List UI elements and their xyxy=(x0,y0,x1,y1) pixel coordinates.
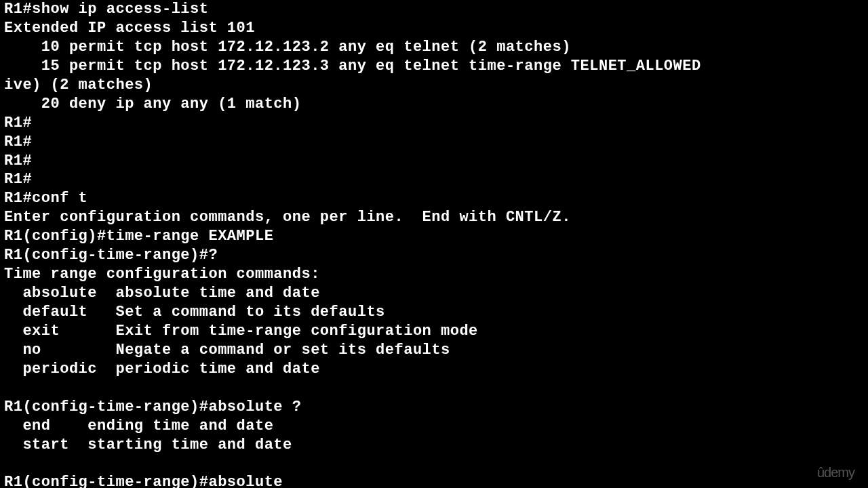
terminal-line: ive) (2 matches) xyxy=(4,76,868,95)
terminal-line: R1(config)#time-range EXAMPLE xyxy=(4,227,868,246)
terminal-line: R1#show ip access-list xyxy=(4,0,868,19)
terminal-line: R1(config-time-range)#? xyxy=(4,246,868,265)
udemy-watermark: ûdemy xyxy=(817,464,854,481)
terminal-line: R1# xyxy=(4,114,868,133)
terminal-line: R1# xyxy=(4,133,868,152)
terminal-line: Extended IP access list 101 xyxy=(4,19,868,38)
terminal-line: 10 permit tcp host 172.12.123.2 any eq t… xyxy=(4,38,868,57)
terminal-line: R1(config-time-range)#absolute ? xyxy=(4,398,868,417)
terminal-line: periodic periodic time and date xyxy=(4,360,868,379)
terminal-line: Enter configuration commands, one per li… xyxy=(4,208,868,227)
terminal-line: R1# xyxy=(4,152,868,171)
terminal-line: absolute absolute time and date xyxy=(4,284,868,303)
terminal-line xyxy=(4,455,868,474)
terminal-line xyxy=(4,379,868,398)
terminal-line: exit Exit from time-range configuration … xyxy=(4,322,868,341)
terminal-line: default Set a command to its defaults xyxy=(4,303,868,322)
terminal-line: end ending time and date xyxy=(4,417,868,436)
terminal-line: no Negate a command or set its defaults xyxy=(4,341,868,360)
terminal-line: R1(config-time-range)#absolute xyxy=(4,473,868,488)
terminal-output[interactable]: R1#show ip access-listExtended IP access… xyxy=(0,0,868,488)
terminal-line: R1#conf t xyxy=(4,189,868,208)
terminal-line: R1# xyxy=(4,170,868,189)
terminal-line: start starting time and date xyxy=(4,436,868,455)
terminal-line: 20 deny ip any any (1 match) xyxy=(4,95,868,114)
terminal-line: 15 permit tcp host 172.12.123.3 any eq t… xyxy=(4,57,868,76)
terminal-line: Time range configuration commands: xyxy=(4,265,868,284)
